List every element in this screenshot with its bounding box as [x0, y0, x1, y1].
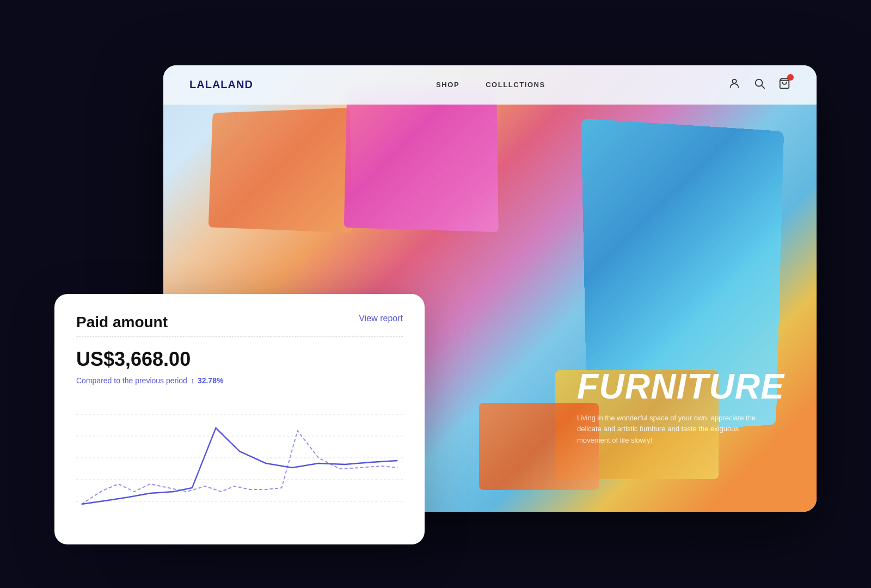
search-icon[interactable] [753, 77, 765, 92]
svg-point-0 [732, 79, 736, 83]
cube-orange [208, 108, 352, 233]
navbar: LALALAND SHOP COLLLCTIONS [163, 65, 817, 105]
card-title: Paid amount [76, 314, 168, 331]
card-header: Paid amount View report [76, 314, 403, 331]
analytics-card: Paid amount View report US$3,668.00 Comp… [54, 294, 425, 544]
card-divider [76, 336, 403, 337]
comparison-label: Compared to the previous period [76, 376, 187, 385]
cart-badge [787, 74, 794, 81]
nav-shop[interactable]: SHOP [436, 81, 459, 89]
hero-title: FURNITURE [577, 369, 773, 404]
comparison-arrow: ↑ [191, 376, 194, 385]
hero-text: FURNITURE Living in the wonderful space … [577, 369, 773, 446]
comparison-percentage: 32.78% [198, 376, 223, 385]
user-icon[interactable] [728, 77, 740, 92]
amount-value: US$3,668.00 [76, 348, 403, 371]
cart-icon[interactable] [778, 77, 790, 92]
chart-svg [76, 398, 403, 518]
chart-line-previous [82, 431, 398, 504]
nav-icons [728, 77, 790, 92]
site-logo: LALALAND [189, 78, 253, 91]
chart-line-current [82, 428, 398, 504]
view-report-link[interactable]: View report [359, 314, 403, 323]
hero-subtitle: Living in the wonderful space of your ow… [577, 413, 773, 446]
scene: LALALAND SHOP COLLLCTIONS [54, 44, 817, 544]
nav-collections[interactable]: COLLLCTIONS [486, 81, 545, 89]
svg-line-2 [762, 85, 764, 88]
comparison-text: Compared to the previous period ↑ 32.78% [76, 376, 403, 385]
chart-container [76, 398, 403, 518]
cube-pink [344, 86, 499, 232]
nav-links: SHOP COLLLCTIONS [436, 81, 545, 89]
